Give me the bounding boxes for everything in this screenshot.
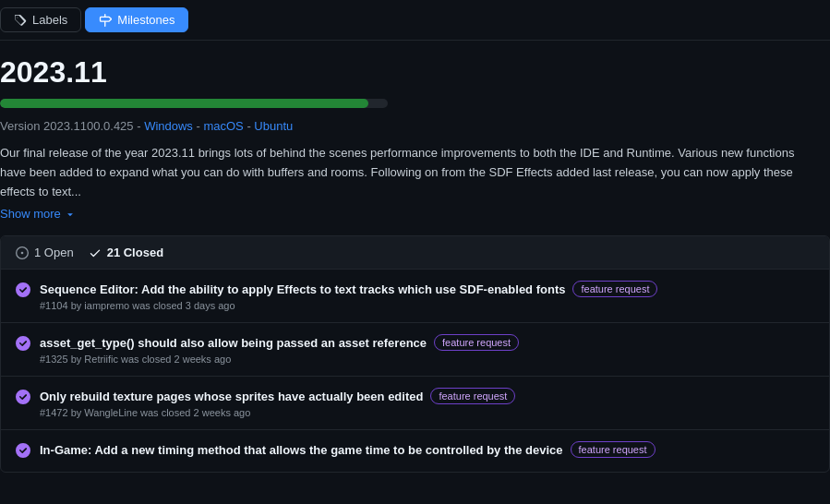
issue-closed-icon — [16, 390, 30, 407]
issue-content: Only rebuild texture pages whose sprites… — [40, 388, 814, 418]
issue-title: Only rebuild texture pages whose sprites… — [40, 390, 423, 403]
tag-icon — [14, 14, 27, 27]
issue-label: feature request — [571, 441, 656, 458]
issue-title-line: Only rebuild texture pages whose sprites… — [40, 388, 814, 404]
top-nav: Labels Milestones — [0, 0, 830, 41]
issue-title: asset_get_type() should also allow being… — [40, 336, 427, 350]
issue-title: Sequence Editor: Add the ability to appl… — [40, 282, 565, 296]
issue-title-line: asset_get_type() should also allow being… — [40, 334, 814, 351]
labels-button[interactable]: Labels — [0, 7, 81, 32]
issue-meta: #1325 by Retriific was closed 2 weeks ag… — [40, 354, 814, 365]
open-circle-icon — [16, 246, 29, 259]
issue-closed-icon — [16, 282, 30, 300]
issue-meta: #1104 by iampremo was closed 3 days ago — [40, 300, 814, 311]
issue-row: Only rebuild texture pages whose sprites… — [1, 377, 829, 430]
closed-count: 21 Closed — [107, 246, 163, 259]
issue-content: Sequence Editor: Add the ability to appl… — [40, 281, 814, 311]
check-icon-header — [89, 246, 102, 259]
ubuntu-link[interactable]: Ubuntu — [254, 119, 293, 133]
issue-list: Sequence Editor: Add the ability to appl… — [1, 270, 829, 472]
issue-label: feature request — [572, 281, 657, 297]
issue-content: asset_get_type() should also allow being… — [40, 334, 814, 365]
issues-header: 1 Open 21 Closed — [1, 236, 829, 270]
version-prefix: Version 2023.1100.0.425 - — [0, 119, 144, 133]
issue-title: In-Game: Add a new timing method that al… — [40, 443, 563, 457]
issue-closed-icon — [16, 336, 30, 354]
show-more-label: Show more — [0, 207, 61, 221]
milestone-description: Our final release of the year 2023.11 br… — [0, 144, 812, 201]
issue-row: Sequence Editor: Add the ability to appl… — [1, 270, 829, 323]
show-more-button[interactable]: Show more — [0, 207, 76, 221]
issue-label: feature request — [430, 388, 515, 404]
open-issues-header: 1 Open — [16, 246, 74, 259]
progress-bar-container — [0, 99, 388, 108]
issue-closed-icon — [16, 443, 30, 461]
progress-bar-fill — [0, 99, 368, 108]
issue-row: asset_get_type() should also allow being… — [1, 323, 829, 377]
chevron-down-icon — [65, 209, 76, 220]
open-count: 1 Open — [34, 246, 74, 259]
issue-label: feature request — [434, 334, 519, 351]
version-line: Version 2023.1100.0.425 - Windows - macO… — [0, 119, 830, 133]
issues-section: 1 Open 21 Closed Sequence Editor: Add th… — [0, 235, 830, 473]
issue-title-line: In-Game: Add a new timing method that al… — [40, 441, 814, 458]
issue-title-line: Sequence Editor: Add the ability to appl… — [40, 281, 814, 297]
windows-link[interactable]: Windows — [144, 119, 193, 133]
milestones-button[interactable]: Milestones — [85, 7, 188, 32]
milestone-title: 2023.11 — [0, 55, 830, 90]
issue-content: In-Game: Add a new timing method that al… — [40, 441, 814, 461]
labels-label: Labels — [32, 13, 67, 27]
issue-meta: #1472 by WangleLine was closed 2 weeks a… — [40, 407, 814, 418]
closed-issues-header: 21 Closed — [89, 246, 163, 259]
macos-link[interactable]: macOS — [203, 119, 243, 133]
milestone-icon — [99, 14, 112, 27]
issue-row: In-Game: Add a new timing method that al… — [1, 430, 829, 472]
milestones-label: Milestones — [117, 13, 174, 27]
